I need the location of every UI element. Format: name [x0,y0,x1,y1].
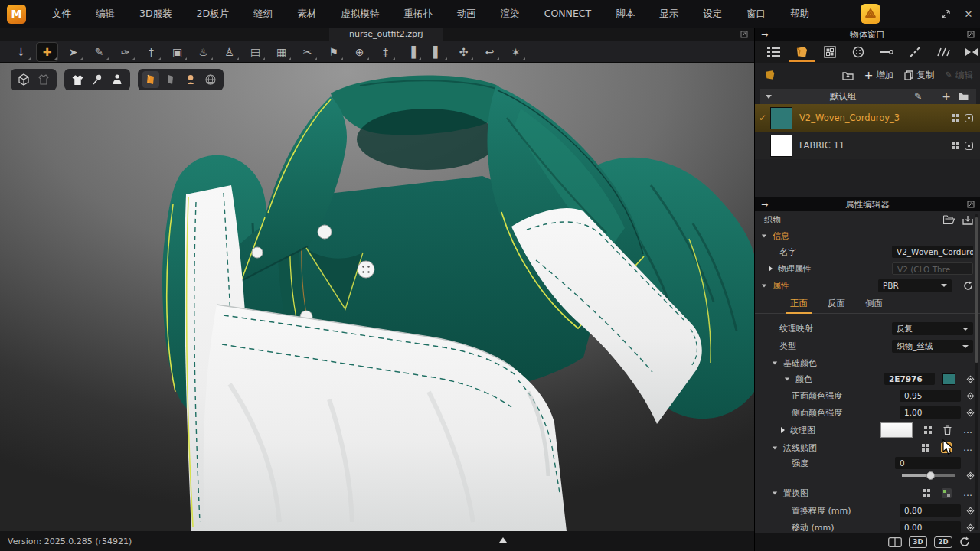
tab-puckering[interactable] [960,42,980,62]
tool-steamer[interactable]: ♨ [193,43,214,61]
section-collapse-icon[interactable] [773,446,777,449]
tool-hook[interactable]: ↩ [479,43,500,61]
more-options-icon[interactable]: … [963,443,973,452]
pin-icon[interactable] [89,71,106,88]
tab-back[interactable]: 反面 [826,294,847,313]
menu-item[interactable]: 编辑 [83,0,127,28]
info-section-row[interactable]: 信息 [755,228,980,243]
tool-garment-pair[interactable]: ▣ [167,43,188,61]
3d-viewport[interactable] [0,63,754,531]
tile-icon[interactable] [923,489,930,497]
show-pattern-icon[interactable] [952,142,959,149]
displacement-slot-button[interactable] [942,488,952,498]
trash-icon[interactable] [943,425,952,435]
tile-icon[interactable] [922,444,929,452]
dock-icon[interactable] [740,31,748,38]
grid-globe-icon[interactable] [202,71,219,88]
more-options-icon[interactable]: … [963,425,973,435]
tool-panel-right[interactable]: ▐ [401,43,422,61]
import-fabric-button[interactable] [842,70,854,80]
menu-item[interactable]: 脚本 [603,0,647,28]
offset-input[interactable]: 0.00 [900,521,961,533]
tool-move[interactable]: ✚ [37,43,57,61]
tool-sew[interactable]: ✑ [115,43,136,61]
fabric-swatch[interactable] [770,107,792,129]
fabric-row[interactable]: ✓ FABRIC 11 [755,132,980,159]
menu-item[interactable]: 3D服装 [127,0,185,28]
add-fabric-button[interactable]: + 增加 [864,70,894,81]
keyframe-diamond-icon[interactable] [967,471,975,479]
scrollbar[interactable] [975,214,978,530]
restore-button[interactable] [934,0,957,28]
dock-icon[interactable] [967,31,975,38]
fabric-texture-on-icon[interactable] [142,71,159,88]
name-input[interactable]: V2_Woven_Corduroy_3 [892,246,973,258]
fabric-swatch[interactable] [770,135,792,157]
texture-mapping-dropdown[interactable]: 反复 [892,322,973,335]
keyframe-diamond-icon[interactable] [967,375,975,383]
show-garment-mesh-icon[interactable] [35,71,52,88]
add-group-icon[interactable]: + [942,91,951,102]
menu-item[interactable]: 帮助 [778,0,822,28]
menu-item[interactable]: 窗口 [734,0,778,28]
copy-fabric-button[interactable]: 复制 [904,70,934,81]
section-expand-icon[interactable] [769,266,773,272]
menu-item[interactable]: 虚拟模特 [328,0,391,28]
keyframe-diamond-icon[interactable] [967,507,975,514]
front-intensity-input[interactable]: 0.95 [900,390,961,402]
menu-item[interactable]: 缝纫 [241,0,285,28]
menu-item[interactable]: 重拓扑 [391,0,445,28]
menu-item[interactable]: 文件 [40,0,83,28]
tool-simulate[interactable]: ↓ [11,43,31,61]
section-expand-icon[interactable] [781,427,785,433]
view-2d-button[interactable]: 2D [934,536,952,548]
menu-item[interactable]: 显示 [647,0,691,28]
tool-select[interactable]: ➤ [63,43,83,61]
menu-item[interactable]: CONNECT [532,0,604,28]
tool-avatar[interactable]: ♙ [219,43,240,61]
fabric-row[interactable]: ✓ V2_Woven_Corduroy_3 [755,104,980,132]
open-folder-icon[interactable] [943,215,955,224]
keyframe-diamond-icon[interactable] [967,392,975,399]
keyframe-diamond-icon[interactable] [967,523,975,531]
strength-input[interactable]: 0 [895,457,961,469]
collapse-arrow-icon[interactable]: → [761,30,768,40]
texture-thumbnail[interactable] [880,422,913,438]
group-collapse-icon[interactable] [766,95,772,99]
menu-item[interactable]: 渲染 [488,0,532,28]
section-collapse-icon[interactable] [785,377,789,380]
collapse-arrow-icon[interactable]: → [761,200,768,210]
fabric-group-header[interactable]: 默认组 ✎ + [760,89,976,104]
menu-item[interactable]: 设定 [691,0,734,28]
slider-knob[interactable] [926,471,935,480]
displacement-amount-input[interactable]: 0.80 [900,504,961,517]
section-collapse-icon[interactable] [773,491,777,494]
tab-front[interactable]: 正面 [789,294,809,313]
tab-needle[interactable] [875,42,898,62]
side-intensity-input[interactable]: 1.00 [900,406,961,419]
menu-item[interactable]: 动画 [445,0,488,28]
tool-target[interactable]: ⊕ [349,43,370,61]
tab-button[interactable] [847,42,870,62]
keyframe-diamond-icon[interactable] [967,409,975,416]
tool-flag[interactable]: ⚑ [323,43,344,61]
section-collapse-icon[interactable] [762,284,766,287]
shader-mode-dropdown[interactable]: PBR [878,279,952,292]
color-swatch[interactable] [942,373,956,385]
tab-side[interactable]: 侧面 [864,294,884,313]
strength-slider[interactable] [902,474,956,477]
tool-tack[interactable]: † [141,43,162,61]
type-dropdown[interactable]: 织物_丝绒 [892,340,973,353]
save-icon[interactable] [962,215,973,225]
document-tab[interactable]: nurse_outfit2.zprj [329,28,443,41]
menu-item[interactable]: 素材 [285,0,328,28]
folder-icon[interactable] [959,93,969,101]
close-button[interactable]: ✕ [957,0,980,28]
scrollbar-thumb[interactable] [975,217,978,363]
tab-stitch[interactable] [932,42,955,62]
view-3d-button[interactable]: 3D [909,536,927,548]
rename-group-icon[interactable]: ✎ [914,92,922,101]
tool-zipper[interactable]: ‡ [375,43,396,61]
tool-grid-window[interactable]: ▦ [271,43,292,61]
tool-sewing-machine[interactable]: ▤ [245,43,266,61]
